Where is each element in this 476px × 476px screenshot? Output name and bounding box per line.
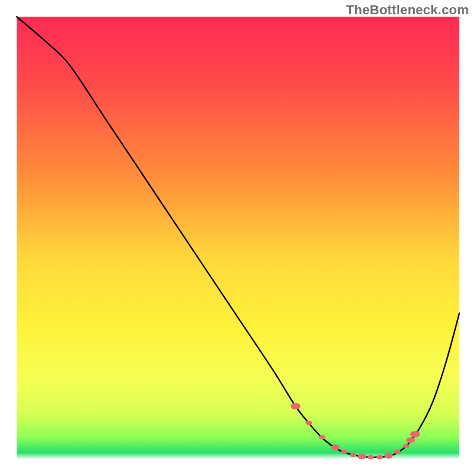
chart-highlight xyxy=(0,0,476,476)
chart-container: TheBottleneck.com xyxy=(0,0,476,476)
watermark-text: TheBottleneck.com xyxy=(346,2,469,18)
